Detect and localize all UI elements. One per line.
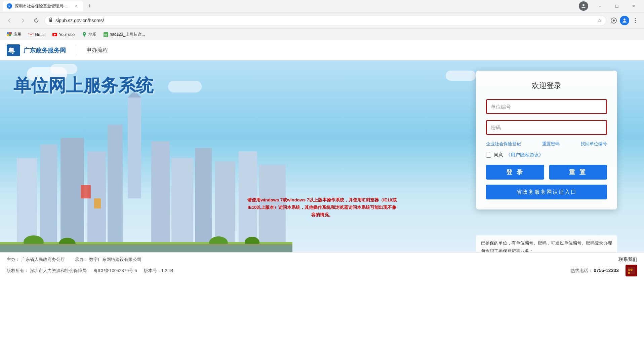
find-unit-id-link[interactable]: 找回单位编号	[581, 141, 607, 147]
bookmark-gmail-label: Gmail	[35, 32, 45, 37]
tab-title: 深圳市社会保险基金管理局-单位	[15, 3, 71, 9]
active-tab[interactable]: 深 深圳市社会保险基金管理局-单位 ×	[3, 1, 83, 11]
apps-icon	[7, 32, 12, 37]
svg-rect-16	[11, 34, 12, 35]
title-bar: 深 深圳市社会保险基金管理局-单位 × + − □ ×	[0, 0, 644, 12]
svg-rect-25	[128, 98, 141, 198]
process-text: 申办流程	[86, 47, 108, 54]
svg-rect-10	[7, 32, 9, 34]
bookmark-youtube-label: YouTube	[59, 32, 75, 37]
logo-text: 广东政务服务网	[24, 46, 66, 54]
svg-rect-14	[11, 32, 12, 33]
svg-point-20	[84, 33, 85, 34]
bookmark-maps[interactable]: 地图	[79, 30, 99, 39]
main-title: 单位网上服务系统	[13, 74, 153, 98]
reset-button[interactable]: 重 置	[549, 165, 607, 180]
agree-row: 同意 《用户隐私协议》	[486, 152, 607, 158]
svg-text:粤: 粤	[8, 47, 15, 54]
links-row: 企业社会保险登记 重置密码 找回单位编号	[486, 141, 607, 147]
forward-button[interactable]	[17, 15, 28, 26]
svg-point-5	[613, 20, 615, 22]
bookmark-star-icon[interactable]: ☆	[597, 17, 602, 24]
address-text: sipub.sz.gov.cn/hsoms/	[55, 18, 595, 23]
svg-rect-34	[195, 148, 212, 252]
contact-us[interactable]: 联系我们	[618, 257, 637, 263]
unit-id-input[interactable]	[486, 99, 607, 114]
bookmark-apps-label: 应用	[13, 32, 22, 37]
footer-version: 版本号：1.2.44	[144, 268, 173, 274]
warning-text: 请使用windows 7或windows 7以上版本操作系统，并使用IE浏览器（…	[246, 196, 398, 219]
new-tab-button[interactable]: +	[85, 1, 94, 11]
svg-rect-28	[40, 145, 57, 252]
tab-close-button[interactable]: ×	[73, 3, 79, 9]
header-divider	[76, 45, 76, 55]
agree-checkbox[interactable]	[486, 153, 491, 158]
city-skyline	[0, 91, 292, 252]
gov-auth-button[interactable]: 省政务服务网认证入口	[486, 185, 607, 199]
profile-button[interactable]	[620, 16, 629, 25]
svg-rect-29	[61, 138, 84, 252]
back-button[interactable]	[4, 15, 15, 26]
footer-row-2: 版权所有： 深圳市人力资源和社会保障局 粤ICP备10052879号-5 版本号…	[7, 265, 637, 276]
register-link[interactable]: 企业社会保险登记	[486, 141, 521, 147]
footer-copyright: 版权所有： 深圳市人力资源和社会保障局	[7, 268, 87, 274]
bookmark-youtube[interactable]: YouTube	[49, 31, 77, 39]
svg-text:公安: 公安	[628, 268, 633, 271]
cloud-2	[50, 64, 77, 74]
nav-right-icons	[609, 16, 640, 25]
login-title: 欢迎登录	[486, 81, 607, 91]
maps-icon	[82, 32, 87, 37]
bookmark-gmail[interactable]: Gmail	[26, 31, 48, 39]
logo-area: 粤 广东政务服务网	[7, 44, 66, 56]
address-bar[interactable]: sipub.sz.gov.cn/hsoms/ ☆	[44, 15, 606, 26]
guangdong-logo-icon: 粤	[7, 44, 20, 56]
footer-hotline-area: 热线电话： 0755-12333 公安部	[571, 265, 637, 276]
bookmark-hao123-label: hao123_上网从这...	[110, 32, 145, 37]
menu-button[interactable]	[631, 16, 640, 25]
footer-right: 联系我们	[618, 257, 637, 263]
svg-rect-44	[94, 198, 101, 208]
extension-icon[interactable]	[609, 16, 618, 25]
bookmark-apps[interactable]: 应用	[4, 30, 24, 39]
svg-text:深: 深	[8, 5, 10, 7]
action-buttons-row: 登 录 重 置	[486, 165, 607, 180]
maximize-button[interactable]: □	[609, 1, 625, 11]
reset-password-link[interactable]: 重置密码	[542, 141, 560, 147]
svg-point-7	[635, 18, 636, 19]
bookmarks-bar: 应用 Gmail YouTube 地图 好	[0, 28, 644, 40]
svg-point-2	[582, 4, 585, 6]
footer-host-label: 主办： 广东省人民政府办公厅	[7, 257, 65, 263]
close-button[interactable]: ×	[626, 1, 641, 11]
profile-icon[interactable]	[579, 1, 588, 11]
login-button[interactable]: 登 录	[486, 165, 544, 180]
svg-rect-32	[151, 141, 170, 252]
window-controls: − □ ×	[579, 1, 641, 11]
svg-rect-43	[81, 185, 91, 198]
page-header: 粤 广东政务服务网 申办流程	[0, 40, 644, 61]
svg-rect-33	[171, 158, 193, 252]
svg-rect-3	[49, 20, 52, 22]
reload-button[interactable]	[31, 15, 42, 26]
lock-icon	[49, 17, 53, 23]
svg-rect-11	[9, 32, 11, 34]
icp-badge: 公安部	[626, 265, 637, 276]
svg-rect-15	[11, 33, 12, 34]
svg-rect-13	[9, 34, 11, 36]
tab-favicon: 深	[7, 3, 12, 9]
page-footer: 主办： 广东省人民政府办公厅 承办： 数字广东网络建设有限公司 联系我们 版权所…	[0, 252, 644, 280]
footer-icp[interactable]: 粤ICP备10052879号-5	[93, 268, 137, 274]
password-input[interactable]	[486, 120, 607, 135]
bookmark-maps-label: 地图	[88, 32, 96, 37]
minimize-button[interactable]: −	[592, 1, 608, 11]
unit-id-group	[486, 99, 607, 114]
bookmark-hao123[interactable]: 好 hao123_上网从这...	[100, 30, 148, 39]
footer-organizer: 承办： 数字广东网络建设有限公司	[75, 257, 142, 263]
privacy-link[interactable]: 《用户隐私协议》	[506, 152, 544, 158]
cloud-4	[446, 71, 476, 81]
svg-point-8	[635, 20, 636, 21]
login-card: 欢迎登录 企业社会保险登记 重置密码 找回单位编号 同意 《用户隐私协议》 登 …	[476, 71, 617, 209]
warning-text-content: 请使用windows 7或windows 7以上版本操作系统，并使用IE浏览器（…	[247, 197, 397, 217]
youtube-icon	[52, 32, 57, 37]
info-box: 已参保的单位，有单位编号、密码，可通过单位编号、密码登录办理包含职工参保登记等业…	[476, 235, 617, 252]
info-box-text: 已参保的单位，有单位编号、密码，可通过单位编号、密码登录办理包含职工参保登记等业…	[481, 241, 612, 252]
